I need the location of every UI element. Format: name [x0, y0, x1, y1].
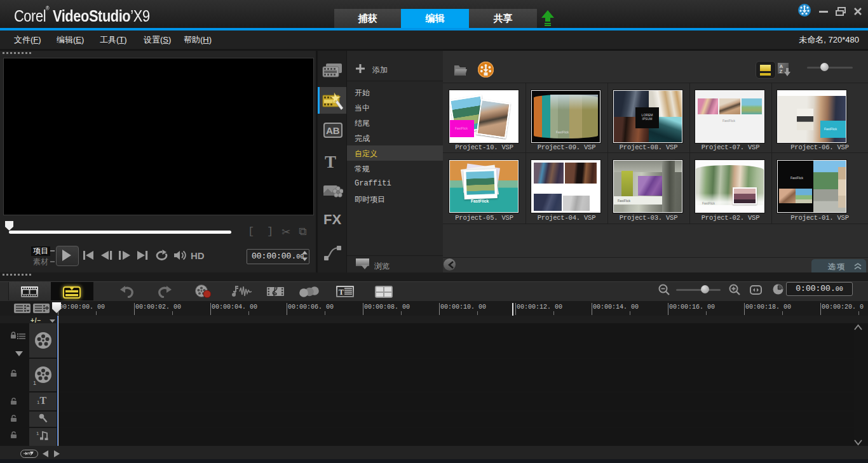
- svg-text:Z: Z: [780, 69, 783, 74]
- svg-text:AB: AB: [326, 125, 340, 136]
- svg-text:T: T: [339, 288, 344, 297]
